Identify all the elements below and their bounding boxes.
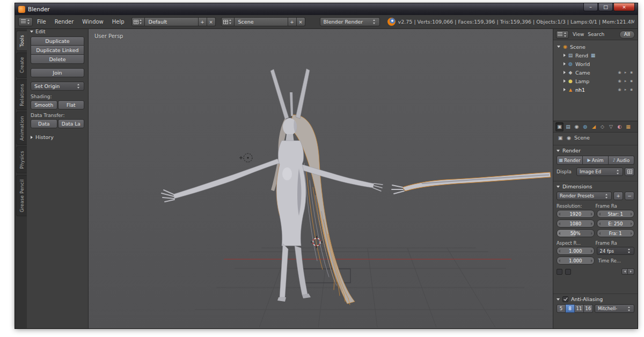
duplicate-button[interactable]: Duplicate: [31, 36, 84, 46]
add-scene-button[interactable]: +: [288, 17, 297, 26]
object-data-tab[interactable]: [607, 122, 615, 131]
constraints-tab[interactable]: [598, 122, 606, 131]
data-transfer-data-button[interactable]: Data: [31, 119, 57, 128]
data-transfer-layout-button[interactable]: Data La: [58, 119, 85, 128]
tree-item-world[interactable]: World: [555, 60, 636, 68]
tab-relations[interactable]: Relations: [16, 79, 27, 111]
set-origin-dropdown[interactable]: Set Origin: [31, 82, 84, 91]
frame-step-field[interactable]: Fra: 1: [597, 229, 635, 237]
render-audio-button[interactable]: ♪Audio: [609, 156, 634, 165]
tree-item-lamp[interactable]: Lamp: [555, 77, 636, 85]
duplicate-linked-button[interactable]: Duplicate Linked: [31, 46, 84, 55]
resolution-x-field[interactable]: 1920: [557, 210, 595, 218]
editor-type-button[interactable]: [18, 17, 33, 26]
renderability-icon[interactable]: [629, 70, 634, 75]
edit-panel-header[interactable]: Edit: [30, 29, 84, 34]
add-preset-button[interactable]: +: [613, 192, 623, 200]
crop-checkbox[interactable]: [565, 269, 571, 275]
render-animation-button[interactable]: ▶Anim: [583, 156, 609, 165]
render-tab[interactable]: [555, 122, 564, 131]
display-mode-dropdown[interactable]: Image Ed: [576, 167, 623, 176]
remove-preset-button[interactable]: −: [625, 192, 634, 200]
screen-layout-value[interactable]: Default: [145, 17, 199, 26]
tree-item-camera[interactable]: Came: [555, 68, 636, 77]
border-checkbox[interactable]: [557, 269, 562, 275]
join-button[interactable]: Join: [31, 68, 84, 77]
renderability-icon[interactable]: [629, 78, 634, 84]
render-panel-header[interactable]: Render: [557, 148, 634, 153]
outliner-search-menu[interactable]: Search: [588, 32, 604, 37]
visibility-eye-icon[interactable]: [617, 78, 622, 84]
material-tab[interactable]: [616, 122, 624, 131]
browse-scenes-button[interactable]: [221, 17, 235, 26]
samples-8-button[interactable]: 8: [566, 304, 575, 313]
menu-file[interactable]: File: [33, 19, 50, 25]
tab-tools[interactable]: Tools: [16, 31, 27, 51]
dimensions-panel-header[interactable]: Dimensions: [557, 184, 634, 189]
samples-5-button[interactable]: 5: [557, 304, 566, 313]
visibility-eye-icon[interactable]: [617, 87, 622, 92]
history-panel-header[interactable]: History: [31, 134, 84, 140]
3d-viewport[interactable]: User Persp: [89, 29, 553, 328]
world-tab[interactable]: [581, 122, 589, 131]
selectability-icon[interactable]: [623, 78, 628, 84]
render-still-button[interactable]: ▦Render: [557, 156, 583, 165]
texture-tab[interactable]: [624, 122, 632, 131]
scene-tab[interactable]: [573, 122, 581, 131]
close-button[interactable]: ×: [613, 3, 635, 11]
antialiasing-checkbox[interactable]: [562, 296, 568, 302]
render-layers-tab[interactable]: [564, 122, 572, 131]
outliner-display-filter[interactable]: All: [619, 31, 635, 39]
frame-start-field[interactable]: Star: 1: [597, 210, 635, 218]
frame-rate-dropdown[interactable]: 24 fps: [597, 247, 635, 255]
aa-filter-dropdown[interactable]: Mitchell-: [595, 304, 634, 313]
delete-scene-button[interactable]: ×: [297, 17, 305, 26]
delete-button[interactable]: Delete: [31, 55, 84, 64]
tree-item-mesh-object[interactable]: nh1: [555, 85, 636, 94]
aspect-y-field[interactable]: 1.000: [557, 257, 595, 265]
lock-interface-button[interactable]: [625, 167, 634, 176]
tab-physics[interactable]: Physics: [16, 146, 27, 173]
menu-window[interactable]: Window: [78, 19, 107, 25]
renderability-icon[interactable]: [629, 87, 634, 92]
tree-item-renderlayers[interactable]: Rend: [555, 51, 636, 60]
selectability-icon[interactable]: [623, 87, 628, 92]
samples-16-button[interactable]: 16: [584, 304, 593, 313]
maximize-button[interactable]: □: [598, 3, 613, 11]
expand-icon[interactable]: [564, 62, 566, 65]
outliner-view-menu[interactable]: View: [573, 32, 584, 37]
collapse-icon[interactable]: [557, 46, 560, 48]
viewport-canvas[interactable]: [89, 29, 553, 328]
resolution-percentage-slider[interactable]: 50%: [557, 229, 595, 237]
empty-object-widget[interactable]: [239, 153, 252, 162]
selectability-icon[interactable]: [623, 70, 628, 75]
antialiasing-panel-header[interactable]: Anti-Aliasing: [557, 296, 634, 302]
menu-render[interactable]: Render: [50, 19, 78, 25]
shade-flat-button[interactable]: Flat: [58, 100, 85, 109]
expand-icon[interactable]: [564, 79, 566, 83]
visibility-eye-icon[interactable]: [617, 70, 622, 75]
menu-help[interactable]: Help: [108, 19, 129, 25]
add-screen-button[interactable]: +: [199, 17, 207, 26]
tree-item-scene[interactable]: Scene: [555, 42, 636, 51]
render-presets-dropdown[interactable]: Render Presets: [557, 192, 612, 200]
expand-icon[interactable]: [564, 88, 566, 91]
scene-name-value[interactable]: Scene: [235, 17, 288, 26]
tab-grease-pencil[interactable]: Grease Pencil: [16, 175, 27, 216]
step-left-button[interactable]: [621, 268, 628, 275]
tab-animation[interactable]: Animation: [16, 112, 27, 145]
shade-smooth-button[interactable]: Smooth: [31, 100, 57, 109]
minimize-button[interactable]: –: [583, 3, 598, 11]
window-titlebar[interactable]: Blender – □ ×: [15, 3, 638, 15]
aspect-x-field[interactable]: 1.000: [557, 247, 595, 255]
tab-create[interactable]: Create: [16, 53, 27, 77]
frame-end-field[interactable]: E: 250: [597, 219, 635, 228]
browse-screens-button[interactable]: [131, 17, 145, 26]
delete-screen-button[interactable]: ×: [207, 17, 216, 26]
3d-model-character[interactable]: [162, 69, 383, 305]
expand-icon[interactable]: [564, 54, 566, 57]
resolution-y-field[interactable]: 1080: [557, 219, 595, 228]
detached-arm-object[interactable]: [392, 172, 551, 194]
step-right-button[interactable]: [628, 268, 634, 275]
samples-11-button[interactable]: 11: [575, 304, 584, 313]
